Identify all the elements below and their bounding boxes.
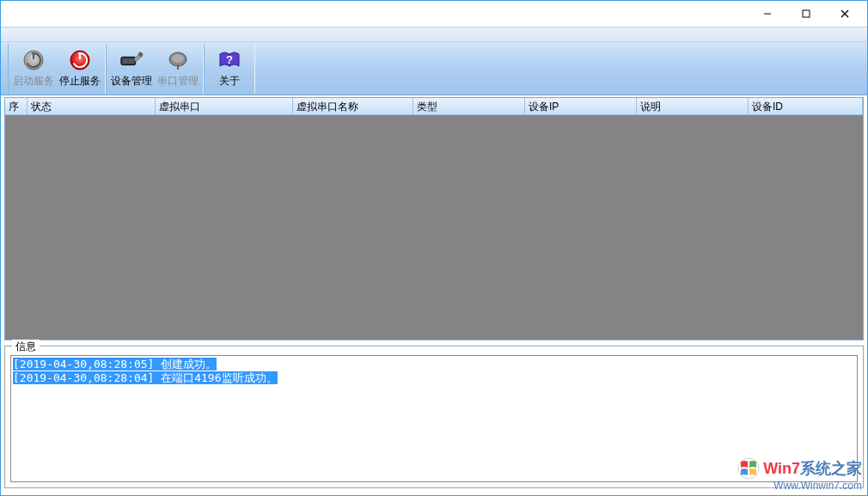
log-line: [2019-04-30,08:28:05] 创建成功。 [13,358,217,370]
maximize-button[interactable] [786,2,825,26]
svg-point-12 [172,54,184,63]
menu-bar [1,27,867,42]
start-service-button[interactable]: 启动服务 [10,46,57,92]
svg-rect-1 [803,10,810,17]
title-bar [1,1,867,27]
device-management-label: 设备管理 [111,74,152,89]
minimize-button[interactable] [748,2,786,26]
power-off-icon [21,48,46,72]
about-label: 关于 [219,74,240,89]
col-vport-name[interactable]: 虚拟串口名称 [293,98,413,114]
col-type[interactable]: 类型 [413,98,525,114]
stop-service-label: 停止服务 [59,74,101,89]
power-on-icon [68,48,92,72]
serial-management-button[interactable]: 串口管理 [155,46,201,92]
serial-icon [166,48,190,72]
about-button[interactable]: ? 关于 [206,46,253,92]
col-status[interactable]: 状态 [28,98,156,114]
col-vport[interactable]: 虚拟串口 [156,98,293,114]
col-desc[interactable]: 说明 [637,98,749,114]
info-legend: 信息 [12,340,40,354]
col-device-id[interactable]: 设备ID [749,98,863,114]
svg-rect-13 [177,64,179,70]
help-book-icon: ? [217,48,241,72]
device-icon [119,48,144,72]
col-seq[interactable]: 序 [5,98,28,114]
data-table[interactable]: 序 状态 虚拟串口 虚拟串口名称 类型 设备IP 说明 设备ID [4,97,864,340]
log-textarea[interactable]: [2019-04-30,08:28:05] 创建成功。 [2019-04-30,… [10,355,858,482]
stop-service-button[interactable]: 停止服务 [57,46,103,92]
start-service-label: 启动服务 [13,74,54,89]
table-header-row: 序 状态 虚拟串口 虚拟串口名称 类型 设备IP 说明 设备ID [5,98,863,115]
close-button[interactable] [825,2,864,26]
device-management-button[interactable]: 设备管理 [108,46,155,92]
serial-management-label: 串口管理 [157,74,199,89]
info-panel: 信息 [2019-04-30,08:28:05] 创建成功。 [2019-04-… [4,346,864,488]
col-device-ip[interactable]: 设备IP [525,98,637,114]
toolbar: 启动服务 停止服务 [1,42,867,95]
log-line: [2019-04-30,08:28:04] 在端口4196监听成功。 [13,371,278,384]
svg-text:?: ? [226,53,233,66]
svg-rect-9 [123,58,134,64]
